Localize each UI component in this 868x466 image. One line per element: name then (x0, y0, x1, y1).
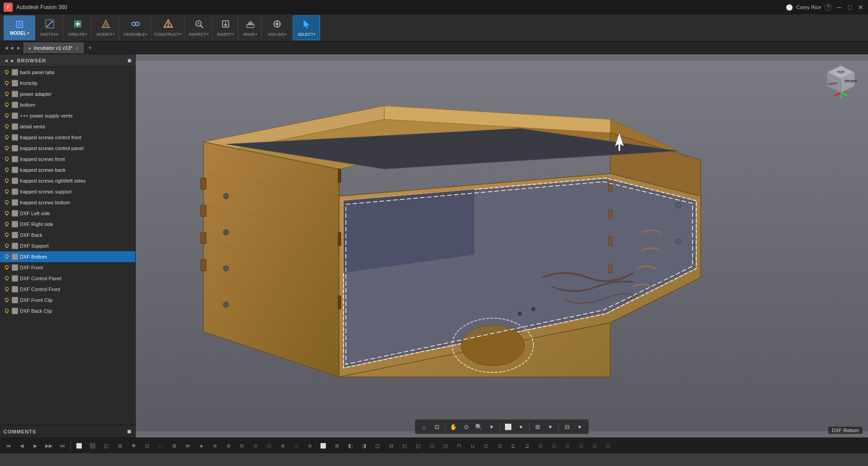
tool-34[interactable]: ⊒ (520, 439, 533, 452)
tool-20[interactable]: ⊞ (330, 439, 343, 452)
grid-button[interactable]: ⊞ (532, 421, 543, 432)
grid-dropdown[interactable]: ▾ (545, 421, 556, 432)
display-mode-dropdown[interactable]: ▾ (515, 421, 526, 432)
visibility-icon[interactable] (4, 91, 10, 97)
sidebar-collapse-icon[interactable]: ◄◄ (4, 58, 14, 63)
tool-13[interactable]: ⧉ (236, 439, 248, 452)
tool-1[interactable]: ⬜ (73, 439, 85, 452)
sidebar-item-dxf-control-front[interactable]: DXF Control Front (0, 284, 135, 295)
forward-nav-icon[interactable]: ► (16, 45, 22, 51)
tool-14[interactable]: ⊙ (249, 439, 262, 452)
tool-9[interactable]: ⟴ (181, 439, 194, 452)
sidebar-item-dxf-bottom[interactable]: DXF Bottom (0, 251, 135, 262)
visibility-icon[interactable] (4, 275, 10, 282)
tool-16[interactable]: ⊕ (276, 439, 289, 452)
user-name[interactable]: Corey Rice (797, 5, 821, 10)
tool-39[interactable]: ⍂ (588, 439, 601, 452)
tool-29[interactable]: ⊓ (453, 439, 465, 452)
tool-12[interactable]: ⊗ (222, 439, 235, 452)
sidebar-item-dxf-back-clip[interactable]: DXF Back Clip (0, 306, 135, 316)
sidebar-item-trapped-screws-bottom[interactable]: trapped screws bottom (0, 197, 135, 208)
tool-26[interactable]: ◱ (412, 439, 425, 452)
sidebar-item-power-adapter[interactable]: power adapter (0, 89, 135, 99)
sidebar-item-trapped-screws-control-panel[interactable]: trapped screws control panel (0, 143, 135, 154)
select-section[interactable]: SELECT ▾ (293, 15, 320, 40)
tool-25[interactable]: ◰ (398, 439, 411, 452)
sidebar-item-dxf-back[interactable]: DXF Back (0, 230, 135, 240)
tool-24[interactable]: ⊟ (385, 439, 397, 452)
new-tab-button[interactable]: + (85, 43, 94, 52)
maximize-button[interactable]: □ (846, 4, 854, 11)
sidebar-item-dxf-control-panel[interactable]: DXF Control Panel (0, 273, 135, 284)
visibility-icon[interactable] (4, 188, 10, 195)
zoom-button[interactable]: 🔍 (473, 421, 484, 432)
visibility-icon[interactable] (4, 221, 10, 227)
tab-incubator[interactable]: ● Incubator v1 v13* ✕ (24, 42, 84, 53)
sidebar-item-detail-vents[interactable]: detail vents (0, 121, 135, 132)
sidebar-item-dxf-support[interactable]: DXF Support (0, 240, 135, 251)
sidebar-item-dxf-front[interactable]: DXF Front (0, 262, 135, 273)
tool-5[interactable]: ✚ (127, 439, 140, 452)
visibility-icon[interactable] (4, 308, 10, 314)
visibility-icon[interactable] (4, 123, 10, 130)
tool-37[interactable]: ⌻ (561, 439, 574, 452)
visibility-icon[interactable] (4, 199, 10, 206)
tool-17[interactable]: ⬭ (290, 439, 302, 452)
nav-prev-button[interactable]: ◀ (15, 439, 28, 452)
sidebar-item-trapped-screws-back[interactable]: trapped screws back (0, 165, 135, 175)
tool-30[interactable]: ⊔ (466, 439, 479, 452)
sidebar-item-dxf-right-side[interactable]: DXF Right side (0, 219, 135, 230)
nav-play-button[interactable]: ▶ (29, 439, 42, 452)
home-button[interactable]: ⌂ (419, 421, 429, 432)
tool-35[interactable]: ⌸ (534, 439, 547, 452)
tool-23[interactable]: ◫ (371, 439, 384, 452)
inspect-section[interactable]: INSPECT ▾ (185, 15, 212, 40)
visibility-icon[interactable] (4, 102, 10, 108)
visibility-icon[interactable] (4, 286, 10, 292)
orbit-button[interactable]: ⊙ (461, 421, 472, 432)
tool-8[interactable]: ⊠ (168, 439, 180, 452)
tool-18[interactable]: ⊘ (303, 439, 316, 452)
visibility-icon[interactable] (4, 210, 10, 217)
sidebar-pin-icon[interactable]: ◼ (127, 58, 132, 63)
history-icon[interactable]: 🕐 (786, 4, 793, 11)
visibility-icon[interactable] (4, 243, 10, 249)
tool-2[interactable]: ⬛ (86, 439, 99, 452)
sidebar-item-power-supply-vents[interactable]: +++ power supply vents (0, 110, 135, 121)
tool-27[interactable]: ◲ (425, 439, 438, 452)
visibility-icon[interactable] (4, 113, 10, 119)
tool-32[interactable]: ⊐ (493, 439, 506, 452)
assemble-section[interactable]: ASSEMBLE ▾ (120, 15, 151, 40)
construct-section[interactable]: CONSTRUCT ▾ (152, 15, 184, 40)
visibility-icon[interactable] (4, 232, 10, 238)
display-mode-button[interactable]: ⬜ (503, 421, 514, 432)
tool-21[interactable]: ◧ (344, 439, 357, 452)
sidebar-item-trapped-screws-support[interactable]: trapped screws support (0, 186, 135, 197)
close-button[interactable]: ✕ (857, 4, 864, 11)
nav-first-button[interactable]: ⏮ (2, 439, 14, 452)
visibility-icon[interactable] (4, 178, 10, 184)
visibility-icon[interactable] (4, 80, 10, 86)
insert-section[interactable]: INSERT ▾ (213, 15, 238, 40)
sidebar-item-dxf-left-side[interactable]: DXF Left side (0, 208, 135, 219)
sketch-section[interactable]: SKETCH ▾ (36, 15, 63, 40)
sidebar-item-bottom[interactable]: bottom (0, 99, 135, 110)
visibility-icon[interactable] (4, 297, 10, 303)
tool-11[interactable]: ⊛ (208, 439, 221, 452)
tool-10[interactable]: ◈ (195, 439, 208, 452)
addins-section[interactable]: ADD-INS ▾ (263, 15, 292, 40)
orientation-cube[interactable]: TOP FRONT LEFT Z (823, 63, 859, 99)
view-cube-dropdown[interactable]: ▾ (574, 421, 585, 432)
visibility-icon[interactable] (4, 156, 10, 162)
visibility-icon[interactable] (4, 167, 10, 173)
tool-15[interactable]: ⬡ (263, 439, 275, 452)
minimize-button[interactable]: ─ (835, 4, 843, 11)
tool-36[interactable]: ⌺ (547, 439, 560, 452)
pan-button[interactable]: ✋ (448, 421, 459, 432)
tool-19[interactable]: ⬜ (317, 439, 330, 452)
tool-3[interactable]: ◱ (100, 439, 113, 452)
tool-28[interactable]: ◳ (439, 439, 452, 452)
model-button[interactable]: MODEL ▾ (4, 15, 35, 40)
make-section[interactable]: MAKE ▾ (239, 15, 262, 40)
visibility-icon[interactable] (4, 254, 10, 260)
